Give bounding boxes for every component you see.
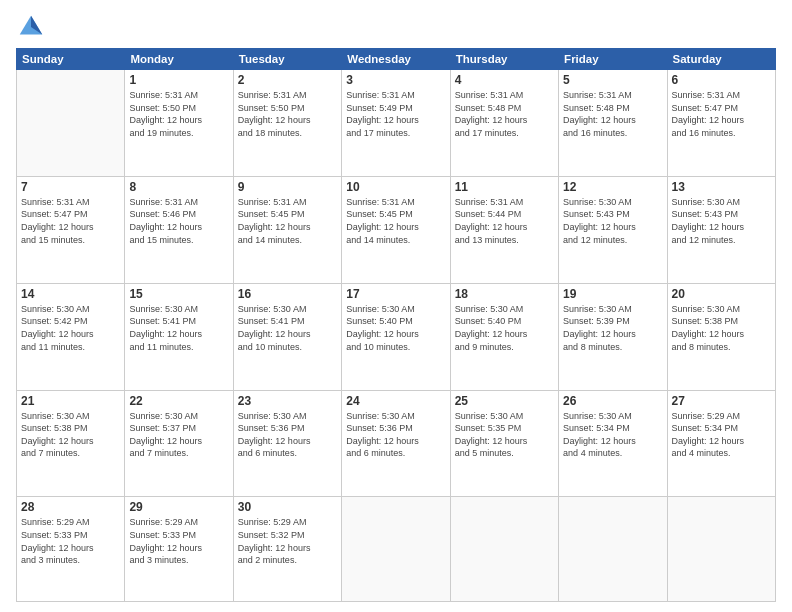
day-info: Sunrise: 5:30 AM Sunset: 5:38 PM Dayligh… [21, 410, 120, 460]
day-number: 30 [238, 500, 337, 514]
day-number: 8 [129, 180, 228, 194]
day-number: 16 [238, 287, 337, 301]
header [16, 12, 776, 42]
day-info: Sunrise: 5:30 AM Sunset: 5:34 PM Dayligh… [563, 410, 662, 460]
day-number: 14 [21, 287, 120, 301]
calendar-cell [342, 497, 450, 602]
calendar-cell: 22Sunrise: 5:30 AM Sunset: 5:37 PM Dayli… [125, 390, 233, 497]
logo-area [16, 12, 50, 42]
calendar-cell [667, 497, 775, 602]
calendar-cell: 7Sunrise: 5:31 AM Sunset: 5:47 PM Daylig… [17, 176, 125, 283]
day-number: 5 [563, 73, 662, 87]
day-info: Sunrise: 5:31 AM Sunset: 5:46 PM Dayligh… [129, 196, 228, 246]
calendar-cell: 24Sunrise: 5:30 AM Sunset: 5:36 PM Dayli… [342, 390, 450, 497]
day-number: 20 [672, 287, 771, 301]
calendar-cell: 12Sunrise: 5:30 AM Sunset: 5:43 PM Dayli… [559, 176, 667, 283]
calendar-cell: 11Sunrise: 5:31 AM Sunset: 5:44 PM Dayli… [450, 176, 558, 283]
calendar-cell [450, 497, 558, 602]
day-number: 27 [672, 394, 771, 408]
day-number: 12 [563, 180, 662, 194]
weekday-header-thursday: Thursday [450, 49, 558, 70]
calendar-cell: 3Sunrise: 5:31 AM Sunset: 5:49 PM Daylig… [342, 70, 450, 177]
day-info: Sunrise: 5:30 AM Sunset: 5:38 PM Dayligh… [672, 303, 771, 353]
calendar-cell: 5Sunrise: 5:31 AM Sunset: 5:48 PM Daylig… [559, 70, 667, 177]
calendar-cell: 21Sunrise: 5:30 AM Sunset: 5:38 PM Dayli… [17, 390, 125, 497]
day-info: Sunrise: 5:30 AM Sunset: 5:40 PM Dayligh… [346, 303, 445, 353]
day-number: 25 [455, 394, 554, 408]
day-number: 21 [21, 394, 120, 408]
day-info: Sunrise: 5:31 AM Sunset: 5:45 PM Dayligh… [238, 196, 337, 246]
day-info: Sunrise: 5:29 AM Sunset: 5:34 PM Dayligh… [672, 410, 771, 460]
calendar-cell: 26Sunrise: 5:30 AM Sunset: 5:34 PM Dayli… [559, 390, 667, 497]
day-info: Sunrise: 5:29 AM Sunset: 5:33 PM Dayligh… [21, 516, 120, 566]
calendar-cell: 23Sunrise: 5:30 AM Sunset: 5:36 PM Dayli… [233, 390, 341, 497]
weekday-row: SundayMondayTuesdayWednesdayThursdayFrid… [17, 49, 776, 70]
weekday-header-saturday: Saturday [667, 49, 775, 70]
calendar-cell: 28Sunrise: 5:29 AM Sunset: 5:33 PM Dayli… [17, 497, 125, 602]
day-number: 18 [455, 287, 554, 301]
day-info: Sunrise: 5:30 AM Sunset: 5:36 PM Dayligh… [238, 410, 337, 460]
calendar-table: SundayMondayTuesdayWednesdayThursdayFrid… [16, 48, 776, 602]
day-info: Sunrise: 5:30 AM Sunset: 5:36 PM Dayligh… [346, 410, 445, 460]
calendar-week-3: 14Sunrise: 5:30 AM Sunset: 5:42 PM Dayli… [17, 283, 776, 390]
day-number: 15 [129, 287, 228, 301]
calendar-week-4: 21Sunrise: 5:30 AM Sunset: 5:38 PM Dayli… [17, 390, 776, 497]
calendar-cell: 19Sunrise: 5:30 AM Sunset: 5:39 PM Dayli… [559, 283, 667, 390]
day-number: 24 [346, 394, 445, 408]
day-info: Sunrise: 5:30 AM Sunset: 5:35 PM Dayligh… [455, 410, 554, 460]
day-number: 2 [238, 73, 337, 87]
day-number: 13 [672, 180, 771, 194]
day-number: 17 [346, 287, 445, 301]
day-info: Sunrise: 5:31 AM Sunset: 5:47 PM Dayligh… [21, 196, 120, 246]
day-number: 22 [129, 394, 228, 408]
calendar-cell: 25Sunrise: 5:30 AM Sunset: 5:35 PM Dayli… [450, 390, 558, 497]
calendar-cell: 13Sunrise: 5:30 AM Sunset: 5:43 PM Dayli… [667, 176, 775, 283]
day-number: 1 [129, 73, 228, 87]
day-info: Sunrise: 5:30 AM Sunset: 5:42 PM Dayligh… [21, 303, 120, 353]
day-info: Sunrise: 5:30 AM Sunset: 5:40 PM Dayligh… [455, 303, 554, 353]
calendar-body: 1Sunrise: 5:31 AM Sunset: 5:50 PM Daylig… [17, 70, 776, 602]
calendar-cell: 27Sunrise: 5:29 AM Sunset: 5:34 PM Dayli… [667, 390, 775, 497]
day-info: Sunrise: 5:29 AM Sunset: 5:33 PM Dayligh… [129, 516, 228, 566]
calendar-week-5: 28Sunrise: 5:29 AM Sunset: 5:33 PM Dayli… [17, 497, 776, 602]
weekday-header-sunday: Sunday [17, 49, 125, 70]
calendar-cell: 15Sunrise: 5:30 AM Sunset: 5:41 PM Dayli… [125, 283, 233, 390]
day-number: 10 [346, 180, 445, 194]
day-number: 11 [455, 180, 554, 194]
day-info: Sunrise: 5:31 AM Sunset: 5:50 PM Dayligh… [238, 89, 337, 139]
day-info: Sunrise: 5:30 AM Sunset: 5:43 PM Dayligh… [672, 196, 771, 246]
day-number: 23 [238, 394, 337, 408]
calendar-cell: 6Sunrise: 5:31 AM Sunset: 5:47 PM Daylig… [667, 70, 775, 177]
calendar-cell: 2Sunrise: 5:31 AM Sunset: 5:50 PM Daylig… [233, 70, 341, 177]
calendar-cell: 17Sunrise: 5:30 AM Sunset: 5:40 PM Dayli… [342, 283, 450, 390]
calendar-cell: 1Sunrise: 5:31 AM Sunset: 5:50 PM Daylig… [125, 70, 233, 177]
day-number: 26 [563, 394, 662, 408]
day-info: Sunrise: 5:31 AM Sunset: 5:48 PM Dayligh… [563, 89, 662, 139]
day-info: Sunrise: 5:31 AM Sunset: 5:44 PM Dayligh… [455, 196, 554, 246]
calendar-cell: 29Sunrise: 5:29 AM Sunset: 5:33 PM Dayli… [125, 497, 233, 602]
weekday-header-wednesday: Wednesday [342, 49, 450, 70]
calendar-cell: 20Sunrise: 5:30 AM Sunset: 5:38 PM Dayli… [667, 283, 775, 390]
day-info: Sunrise: 5:30 AM Sunset: 5:41 PM Dayligh… [238, 303, 337, 353]
calendar-cell: 14Sunrise: 5:30 AM Sunset: 5:42 PM Dayli… [17, 283, 125, 390]
calendar-cell [559, 497, 667, 602]
day-number: 29 [129, 500, 228, 514]
calendar-cell: 10Sunrise: 5:31 AM Sunset: 5:45 PM Dayli… [342, 176, 450, 283]
weekday-header-friday: Friday [559, 49, 667, 70]
day-number: 28 [21, 500, 120, 514]
day-number: 6 [672, 73, 771, 87]
day-number: 3 [346, 73, 445, 87]
day-info: Sunrise: 5:30 AM Sunset: 5:43 PM Dayligh… [563, 196, 662, 246]
calendar-cell: 30Sunrise: 5:29 AM Sunset: 5:32 PM Dayli… [233, 497, 341, 602]
weekday-header-tuesday: Tuesday [233, 49, 341, 70]
calendar-cell: 9Sunrise: 5:31 AM Sunset: 5:45 PM Daylig… [233, 176, 341, 283]
calendar-cell [17, 70, 125, 177]
calendar-header: SundayMondayTuesdayWednesdayThursdayFrid… [17, 49, 776, 70]
calendar-cell: 16Sunrise: 5:30 AM Sunset: 5:41 PM Dayli… [233, 283, 341, 390]
calendar-week-2: 7Sunrise: 5:31 AM Sunset: 5:47 PM Daylig… [17, 176, 776, 283]
weekday-header-monday: Monday [125, 49, 233, 70]
day-info: Sunrise: 5:29 AM Sunset: 5:32 PM Dayligh… [238, 516, 337, 566]
day-info: Sunrise: 5:31 AM Sunset: 5:48 PM Dayligh… [455, 89, 554, 139]
day-info: Sunrise: 5:31 AM Sunset: 5:47 PM Dayligh… [672, 89, 771, 139]
calendar-cell: 18Sunrise: 5:30 AM Sunset: 5:40 PM Dayli… [450, 283, 558, 390]
